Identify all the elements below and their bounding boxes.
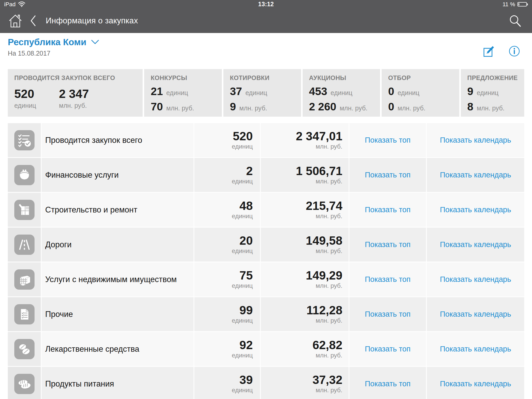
amount-unit-label: млн. руб. <box>316 387 342 394</box>
card-title: КОТИРОВКИ <box>230 74 295 82</box>
units-value: 39 <box>240 374 253 386</box>
table-row: Финансовые услуги 2 единиц 1 506,71 млн.… <box>8 158 524 192</box>
card-units-label: единиц <box>166 89 188 97</box>
units-value: 99 <box>240 304 253 316</box>
search-icon[interactable] <box>509 15 521 27</box>
document-icon <box>14 304 35 324</box>
card-units-label: единиц <box>331 89 353 97</box>
card-amount-value: 8 <box>467 101 473 112</box>
card-amount-value: 9 <box>230 101 236 112</box>
row-icon-cell <box>8 193 41 227</box>
battery-percent: 11 % <box>502 1 515 8</box>
amount-unit-label: млн. руб. <box>316 282 342 289</box>
units-unit-label: единиц <box>232 317 253 324</box>
show-top-link[interactable]: Показать топ <box>349 193 426 227</box>
card-predlozhenie: ПРЕДЛОЖЕНИЕ 9единиц 8млн. руб. <box>461 69 524 117</box>
row-icon-cell <box>8 228 41 262</box>
card-auktsiony: АУКЦИОНЫ 453единиц 2 260млн. руб. <box>303 69 380 117</box>
info-icon[interactable] <box>509 45 520 57</box>
row-icon-cell <box>8 332 41 366</box>
home-icon[interactable] <box>8 13 22 28</box>
units-unit-label: единиц <box>232 247 253 255</box>
show-top-link[interactable]: Показать топ <box>349 123 426 157</box>
show-calendar-link[interactable]: Показать календарь <box>427 332 524 366</box>
report-date: На 15.08.2017 <box>8 50 524 57</box>
units-value: 2 <box>246 165 253 177</box>
units-value: 20 <box>240 235 253 247</box>
region-selector[interactable]: Республика Коми <box>8 37 524 47</box>
units-value: 48 <box>240 200 253 212</box>
show-calendar-link[interactable]: Показать календарь <box>427 262 524 296</box>
card-units-value: 21 <box>151 86 163 97</box>
card-title: АУКЦИОНЫ <box>309 74 374 82</box>
amount-value: 215,74 <box>306 200 342 212</box>
category-label: Продукты питания <box>45 379 114 389</box>
category-label: Прочие <box>45 310 73 319</box>
wifi-icon <box>18 2 25 7</box>
card-konkursy: КОНКУРСЫ 21единиц 70млн. руб. <box>144 69 222 117</box>
table-row: Дороги 20 единиц 149,58 млн. руб. Показа… <box>8 228 524 262</box>
clock: 13:12 <box>0 1 532 8</box>
units-unit-label: единиц <box>232 178 253 185</box>
amount-unit-label: млн. руб. <box>316 212 342 220</box>
show-calendar-link[interactable]: Показать календарь <box>427 367 524 399</box>
show-top-link[interactable]: Показать топ <box>349 297 426 331</box>
card-kotirovki: КОТИРОВКИ 37единиц 9млн. руб. <box>223 69 301 117</box>
category-label: Строительство и ремонт <box>45 205 137 215</box>
pills-icon <box>14 339 35 359</box>
bread-icon <box>14 374 35 394</box>
amount-unit-label: млн. руб. <box>316 317 342 324</box>
card-units-label: единиц <box>14 102 36 109</box>
units-value: 75 <box>240 269 253 282</box>
amount-unit-label: млн. руб. <box>316 247 342 255</box>
units-value: 520 <box>233 130 253 142</box>
card-units-value: 37 <box>230 86 242 97</box>
card-amount-value: 70 <box>151 101 163 112</box>
show-calendar-link[interactable]: Показать календарь <box>427 158 524 192</box>
table-row: Проводится закупок всего 520 единиц 2 34… <box>8 123 524 157</box>
card-amount-label: млн. руб. <box>398 104 425 112</box>
card-amount-label: млн. руб. <box>340 104 368 112</box>
chevron-down-icon <box>91 39 99 45</box>
amount-unit-label: млн. руб. <box>316 178 342 185</box>
units-unit-label: единиц <box>232 282 253 289</box>
table-row: Строительство и ремонт 48 единиц 215,74 … <box>8 193 524 227</box>
status-bar: iPad 13:12 11 % <box>0 0 532 9</box>
units-value: 92 <box>240 339 253 351</box>
units-unit-label: единиц <box>232 387 253 394</box>
show-top-link[interactable]: Показать топ <box>349 262 426 296</box>
edit-icon[interactable] <box>483 45 495 57</box>
show-calendar-link[interactable]: Показать календарь <box>427 228 524 262</box>
category-label: Лекарственные средства <box>45 344 139 354</box>
card-title: ОТБОР <box>388 74 453 82</box>
checklist-icon <box>14 130 35 150</box>
card-title: ПРОВОДИТСЯ ЗАКУПОК ВСЕГО <box>14 74 136 82</box>
show-calendar-link[interactable]: Показать календарь <box>427 123 524 157</box>
show-calendar-link[interactable]: Показать календарь <box>427 297 524 331</box>
category-label: Проводится закупок всего <box>45 136 142 145</box>
category-label: Финансовые услуги <box>45 170 119 180</box>
show-top-link[interactable]: Показать топ <box>349 228 426 262</box>
device-label: iPad <box>4 1 16 8</box>
building-icon <box>14 269 35 290</box>
table-row: Услуги с недвижимым имуществом 75 единиц… <box>8 262 524 296</box>
row-icon-cell <box>8 123 41 157</box>
back-icon[interactable] <box>30 15 36 27</box>
show-top-link[interactable]: Показать топ <box>349 367 426 399</box>
card-total: ПРОВОДИТСЯ ЗАКУПОК ВСЕГО 520 единиц 2 34… <box>8 69 143 117</box>
table-row: Лекарственные средства 92 единиц 62,82 м… <box>8 332 524 366</box>
page-title: Информация о закупках <box>46 16 138 25</box>
blueprint-icon <box>14 200 35 220</box>
card-units-value: 520 <box>14 88 36 100</box>
show-top-link[interactable]: Показать топ <box>349 158 426 192</box>
summary-cards: ПРОВОДИТСЯ ЗАКУПОК ВСЕГО 520 единиц 2 34… <box>8 69 524 117</box>
card-amount-label: млн. руб. <box>239 104 267 112</box>
card-units-label: единиц <box>245 89 267 97</box>
show-top-link[interactable]: Показать топ <box>349 332 426 366</box>
row-icon-cell <box>8 262 41 296</box>
show-calendar-link[interactable]: Показать календарь <box>427 193 524 227</box>
category-label: Услуги с недвижимым имуществом <box>45 275 177 284</box>
row-icon-cell <box>8 158 41 192</box>
units-unit-label: единиц <box>232 352 253 359</box>
amount-value: 149,58 <box>306 235 342 247</box>
